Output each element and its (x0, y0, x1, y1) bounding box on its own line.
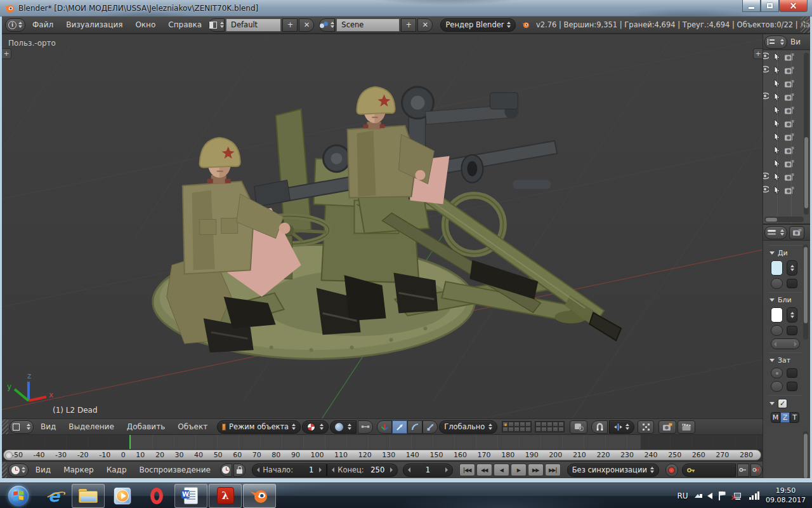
specular-intensity-slider[interactable] (771, 325, 783, 336)
window-titlebar[interactable]: Blender* [D:\МОИ МОДЕЛИ\USSA\Jelezniakov… (0, 0, 812, 17)
pivot-point-dropdown[interactable] (330, 420, 357, 434)
decrement-arrow-icon[interactable] (257, 467, 259, 472)
scale-manipulator-button[interactable] (422, 420, 438, 434)
outliner-row[interactable] (763, 117, 810, 130)
layer-toggle[interactable] (514, 422, 520, 427)
translucency-slider[interactable] (771, 381, 783, 392)
prev-keyframe-button[interactable]: ◀◀ (476, 464, 492, 476)
viewport-shading-dropdown[interactable] (302, 420, 329, 434)
minimize-button[interactable] (742, 0, 761, 12)
outliner-row[interactable] (763, 157, 810, 170)
menu-marker[interactable]: Маркер (58, 464, 100, 476)
layer-toggle[interactable] (520, 422, 525, 427)
increment-arrow-icon[interactable] (445, 467, 448, 472)
screen-layout-field[interactable]: Default (226, 18, 281, 32)
properties-body[interactable]: Ди (763, 241, 810, 478)
menu-view[interactable]: Вид (30, 464, 56, 476)
menu-object[interactable]: Объект (172, 420, 213, 433)
properties-region-expand-tab[interactable]: + (753, 48, 763, 59)
layer-toggle[interactable] (514, 427, 520, 432)
outliner-row[interactable] (763, 64, 810, 77)
ramp-toggle-button[interactable] (787, 279, 797, 288)
translate-manipulator-button[interactable] (392, 420, 407, 434)
lock-range-button[interactable] (233, 464, 246, 477)
menu-playback[interactable]: Воспроизведение (134, 464, 216, 476)
emit-toggle[interactable] (771, 368, 783, 378)
delete-keyframe-button[interactable] (750, 464, 763, 477)
transparency-mode-z-button[interactable]: Z (780, 412, 790, 423)
menu-add[interactable]: Добавить (121, 420, 171, 433)
layer-toggle[interactable] (558, 427, 564, 432)
scrollbar-thumb[interactable] (804, 434, 808, 478)
snap-target-button[interactable] (638, 420, 654, 434)
ambient-toggle[interactable] (787, 368, 797, 378)
scrollbar-thumb[interactable] (766, 218, 777, 222)
scrollbar-thumb[interactable] (804, 137, 808, 208)
layer-toggle[interactable] (525, 427, 531, 432)
mode-dropdown[interactable]: Режим объекта (217, 420, 301, 434)
editor-type-timeline-button[interactable] (8, 464, 29, 477)
outliner-row[interactable] (763, 170, 810, 184)
layer-toggle[interactable] (508, 422, 514, 427)
auto-keyframe-button[interactable] (665, 464, 678, 477)
panel-shading-header[interactable]: Зат (769, 356, 802, 364)
close-layout-button[interactable]: ✕ (299, 18, 314, 32)
manipulate-centers-button[interactable] (358, 420, 373, 434)
menu-frame[interactable]: Кадр (101, 464, 133, 476)
outliner-row[interactable] (763, 104, 810, 117)
outliner-hscrollbar[interactable] (764, 217, 804, 222)
layer-toggle[interactable] (541, 427, 547, 432)
panel-transparency-header[interactable]: ✓ (769, 399, 802, 408)
menu-window[interactable]: Окно (129, 18, 161, 31)
properties-vscrollbar[interactable] (803, 244, 808, 340)
layer-toggle[interactable] (553, 422, 558, 427)
layer-toggle[interactable] (525, 422, 531, 427)
menu-view[interactable]: Вид (35, 420, 62, 433)
specular-ramp-button[interactable] (787, 326, 797, 335)
outliner-row[interactable] (763, 130, 810, 144)
decrement-arrow-icon[interactable] (332, 467, 334, 472)
taskbar-internet-explorer[interactable]: e (37, 484, 70, 508)
taskbar-media-player[interactable] (106, 484, 139, 508)
current-frame-field[interactable]: 1 (403, 464, 453, 477)
taskbar-opera[interactable] (140, 484, 173, 508)
shadeless-toggle[interactable] (787, 382, 797, 391)
snap-toggle-button[interactable] (591, 420, 608, 434)
insert-keyframe-button[interactable] (737, 464, 749, 477)
play-reverse-button[interactable]: ◀ (494, 464, 509, 476)
menu-file[interactable]: Файл (27, 18, 59, 31)
tool-shelf-expand-tab[interactable]: + (2, 48, 11, 59)
layer-toggle[interactable] (535, 427, 541, 432)
layer-group-2[interactable] (535, 421, 565, 432)
editor-corner-grip[interactable] (2, 462, 7, 478)
jump-to-end-button[interactable]: ▶▶| (545, 464, 561, 476)
render-properties-tab[interactable] (789, 226, 804, 239)
hardness-slider[interactable] (771, 338, 800, 349)
outliner-row[interactable] (763, 77, 810, 90)
menu-help[interactable]: Справка (162, 18, 207, 31)
end-frame-field[interactable]: Конец: 250 (327, 464, 398, 477)
timeline-scrollbar[interactable]: -50-40-30-20-100102030405060708090100110… (3, 450, 761, 460)
rotate-manipulator-button[interactable] (407, 420, 422, 434)
properties-vscrollbar-lower[interactable] (803, 431, 808, 478)
screen-layout-icon-button[interactable] (209, 18, 225, 32)
manipulator-toggle-button[interactable] (377, 420, 392, 434)
layer-toggle[interactable] (541, 422, 547, 427)
outliner-body[interactable] (763, 50, 810, 224)
scene-name-field[interactable]: Scene (336, 18, 400, 32)
sync-dropdown[interactable]: Без синхронизации (567, 464, 659, 477)
specular-color-swatch[interactable] (771, 307, 783, 323)
maximize-button[interactable] (761, 0, 779, 12)
layer-toggle[interactable] (558, 422, 564, 427)
transparency-checkbox[interactable]: ✓ (778, 399, 787, 408)
outliner-row[interactable] (763, 184, 810, 197)
layer-toggle[interactable] (502, 427, 508, 432)
layer-toggle[interactable] (502, 422, 508, 427)
preview-range-button[interactable] (220, 464, 232, 477)
add-scene-button[interactable]: + (401, 18, 416, 32)
lock-to-scene-button[interactable] (570, 420, 587, 434)
transparency-mode-t-button[interactable]: T (790, 412, 799, 423)
editor-type-info-button[interactable]: i (5, 18, 25, 32)
panel-diffuse-header[interactable]: Ди (769, 249, 802, 257)
layer-toggle[interactable] (547, 427, 553, 432)
